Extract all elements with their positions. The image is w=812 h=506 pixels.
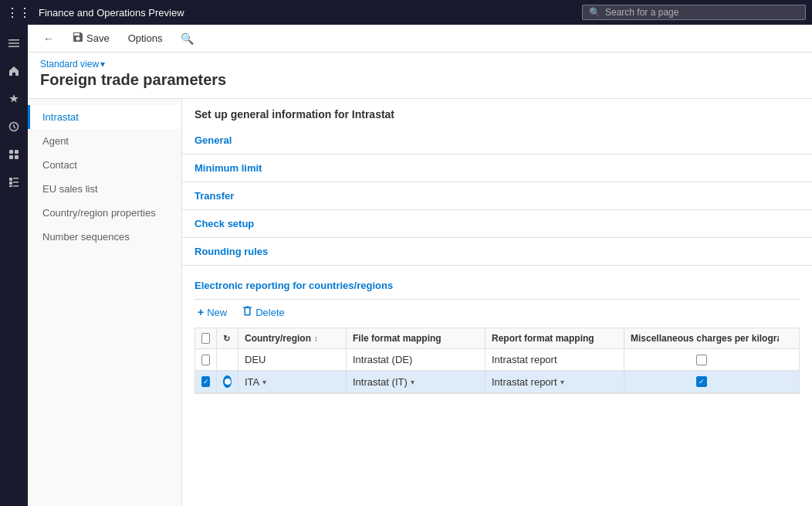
save-icon <box>73 32 83 45</box>
nav-home-icon[interactable] <box>2 59 26 83</box>
table-row[interactable]: DEU Intrastat (DE) Intrastat report <box>195 349 799 371</box>
svg-rect-4 <box>9 150 13 154</box>
row1-misc-charges[interactable] <box>624 349 779 370</box>
sidebar-item-agent-label: Agent <box>42 135 69 147</box>
row2-edit-cell <box>217 371 239 392</box>
delete-button[interactable]: Delete <box>239 304 288 320</box>
svg-rect-8 <box>9 178 12 181</box>
refresh-icon: ↻ <box>223 334 230 344</box>
row1-edit-cell <box>217 349 239 370</box>
row2-report-format[interactable]: Intrastat report ▾ <box>486 371 624 392</box>
svg-rect-9 <box>13 178 19 179</box>
row2-file-format[interactable]: Intrastat (IT) ▾ <box>347 371 486 392</box>
nav-favorites-icon[interactable] <box>2 87 26 111</box>
section-minimum-limit[interactable]: Minimum limit <box>182 155 812 182</box>
row2-country-value: ITA <box>245 376 259 388</box>
delete-icon <box>242 306 252 318</box>
row2-checkbox[interactable]: ✓ <box>201 376 210 387</box>
top-bar: ⋮⋮ Finance and Operations Preview 🔍 <box>0 0 812 25</box>
row2-country-region[interactable]: ITA ▾ <box>239 371 347 392</box>
delete-label: Delete <box>255 307 285 318</box>
grid-header: ↻ Country/region ↕ File format mapping R… <box>195 328 799 349</box>
section-general[interactable]: General <box>182 127 812 155</box>
sidebar-item-eu-sales[interactable]: EU sales list <box>28 177 181 201</box>
row2-misc-charges[interactable]: ✓ <box>624 371 779 392</box>
edit-indicator-inner <box>225 379 231 385</box>
page-header: Standard view ▾ Foreign trade parameters <box>28 53 812 99</box>
view-label: Standard view <box>40 59 99 70</box>
nav-hamburger-icon[interactable] <box>2 31 26 56</box>
row2-country-dropdown-icon[interactable]: ▾ <box>262 378 266 386</box>
sidebar-item-number-sequences[interactable]: Number sequences <box>28 225 181 249</box>
row1-select-cell[interactable] <box>195 349 217 370</box>
back-button[interactable]: ← <box>37 29 60 48</box>
sidebar-item-agent[interactable]: Agent <box>28 129 181 153</box>
sidebar-item-eu-sales-label: EU sales list <box>42 183 98 195</box>
header-edit: ↻ <box>217 328 239 348</box>
row1-checkbox[interactable] <box>201 355 210 365</box>
sidebar-item-intrastat-label: Intrastat <box>42 111 79 123</box>
header-select <box>195 328 217 348</box>
toolbar-search-button[interactable]: 🔍 <box>174 29 200 48</box>
content-area: Intrastat Agent Contact EU sales list Co… <box>28 99 812 506</box>
intrastat-description: Set up general information for Intrastat <box>182 99 812 127</box>
sidebar-item-intrastat[interactable]: Intrastat <box>28 105 181 129</box>
svg-rect-12 <box>9 185 12 187</box>
svg-rect-1 <box>8 42 19 44</box>
table-row[interactable]: ✓ ITA ▾ I <box>195 371 799 393</box>
er-section-title[interactable]: Electronic reporting for countries/regio… <box>195 272 800 300</box>
options-button[interactable]: Options <box>122 29 169 47</box>
header-file-format[interactable]: File format mapping <box>347 328 486 348</box>
left-nav <box>0 25 28 506</box>
save-label: Save <box>86 32 110 44</box>
row2-file-format-dropdown-icon[interactable]: ▾ <box>411 378 414 386</box>
row1-misc-checkbox[interactable] <box>696 355 707 365</box>
search-icon: 🔍 <box>589 7 601 18</box>
options-label: Options <box>128 32 163 44</box>
data-grid: ↻ Country/region ↕ File format mapping R… <box>195 328 800 394</box>
edit-indicator <box>223 375 232 388</box>
sidebar-item-contact-label: Contact <box>42 159 77 171</box>
grid-icon[interactable]: ⋮⋮ <box>6 5 31 20</box>
header-country-region[interactable]: Country/region ↕ <box>239 328 347 348</box>
new-label: New <box>207 307 227 318</box>
left-sidebar: Intrastat Agent Contact EU sales list Co… <box>28 99 182 506</box>
row1-country-region: DEU <box>239 349 347 370</box>
new-button[interactable]: + New <box>195 304 230 320</box>
section-rounding-rules[interactable]: Rounding rules <box>182 238 812 266</box>
view-selector[interactable]: Standard view ▾ <box>40 59 800 70</box>
svg-rect-10 <box>9 182 12 185</box>
search-input[interactable] <box>605 7 799 18</box>
search-box[interactable]: 🔍 <box>582 5 806 20</box>
row2-report-format-dropdown-icon[interactable]: ▾ <box>560 378 564 386</box>
nav-recent-icon[interactable] <box>2 114 26 139</box>
save-button[interactable]: Save <box>66 29 116 48</box>
nav-modules-icon[interactable] <box>2 170 26 195</box>
row1-file-format-value: Intrastat (DE) <box>353 354 412 365</box>
row1-country-value: DEU <box>245 354 266 365</box>
toolbar: ← Save Options 🔍 <box>28 25 812 53</box>
new-plus-icon: + <box>198 306 204 318</box>
svg-rect-6 <box>9 155 13 159</box>
select-all-checkbox[interactable] <box>201 333 210 344</box>
nav-workspaces-icon[interactable] <box>2 142 26 167</box>
sidebar-item-country-region[interactable]: Country/region properties <box>28 201 181 225</box>
main-container: ← Save Options 🔍 Standard view ▾ Foreign… <box>28 25 812 506</box>
table-toolbar: + New Delete <box>195 300 800 324</box>
app-title: Finance and Operations Preview <box>39 7 574 19</box>
section-transfer[interactable]: Transfer <box>182 182 812 210</box>
misc-charges-label: Miscellaneous charges per kilogram <box>631 333 779 344</box>
page-title: Foreign trade parameters <box>40 71 800 89</box>
row2-misc-checkbox[interactable]: ✓ <box>696 376 707 387</box>
row2-select-cell[interactable]: ✓ <box>195 371 217 392</box>
header-report-format[interactable]: Report format mapping <box>486 328 624 348</box>
sidebar-item-country-region-label: Country/region properties <box>42 207 156 219</box>
section-check-setup[interactable]: Check setup <box>182 210 812 238</box>
file-format-label: File format mapping <box>353 333 442 344</box>
report-format-label: Report format mapping <box>492 333 594 344</box>
toolbar-search-icon: 🔍 <box>181 32 194 45</box>
row1-report-format-value: Intrastat report <box>492 354 557 365</box>
row1-file-format: Intrastat (DE) <box>347 349 486 370</box>
sidebar-item-contact[interactable]: Contact <box>28 153 181 177</box>
header-misc-charges[interactable]: Miscellaneous charges per kilogram <box>624 328 779 348</box>
